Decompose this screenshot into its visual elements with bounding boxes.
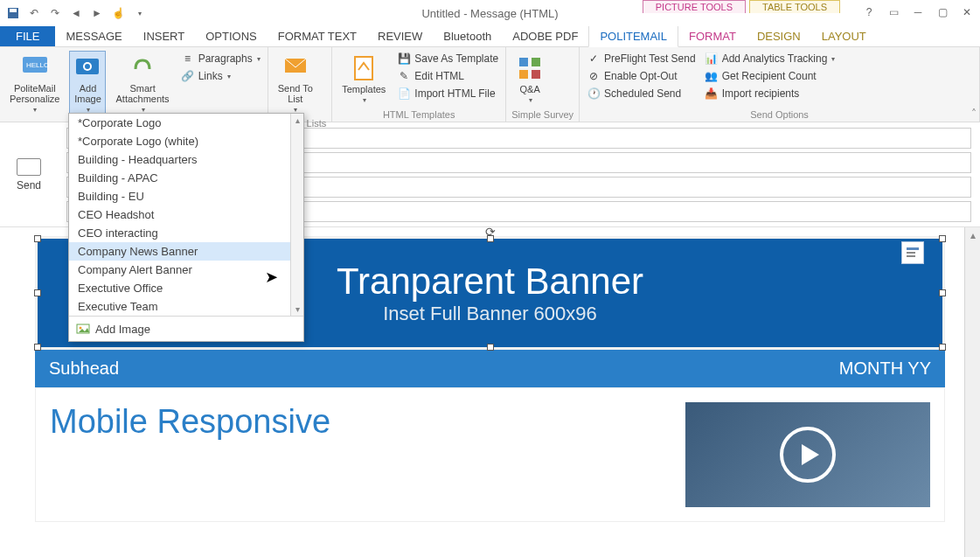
preflight-icon: ✓ [587, 52, 601, 66]
touch-mode-icon[interactable]: ☝ [108, 3, 128, 23]
add-image-button[interactable]: Add Image▾ [69, 51, 106, 116]
scroll-up-icon[interactable]: ▴ [965, 227, 980, 243]
send-button[interactable]: Send [17, 179, 41, 191]
group-label-survey: Simple Survey [511, 108, 573, 120]
layout-options-icon[interactable] [901, 241, 924, 264]
add-image-menu-item[interactable]: Add Image [69, 316, 303, 341]
close-icon[interactable]: ✕ [957, 3, 977, 21]
dropdown-item[interactable]: Building - APAC [69, 169, 303, 187]
dropdown-item[interactable]: CEO interacting [69, 224, 303, 242]
tab-format-text[interactable]: FORMAT TEXT [268, 26, 367, 46]
edit-html-button[interactable]: ✎Edit HTML [395, 68, 500, 84]
group-mailing-lists: Send To List▾ Mailing Lists [268, 47, 333, 122]
dropdown-item[interactable]: Exectutive Office [69, 279, 303, 297]
dropdown-scrollbar[interactable]: ▴ ▾ [290, 114, 303, 316]
dropdown-item[interactable]: CEO Headshot [69, 205, 303, 224]
scroll-up-icon[interactable]: ▴ [291, 114, 303, 127]
svg-rect-10 [532, 58, 540, 66]
maximize-icon[interactable]: ▢ [933, 3, 952, 21]
table-tools-tab-header: TABLE TOOLS [749, 0, 840, 13]
titlebar: ↶ ↷ ◄ ► ☝ ▾ Untitled - Message (HTML) PI… [0, 0, 980, 26]
tab-politemail[interactable]: POLITEMAIL [588, 25, 678, 47]
tab-message[interactable]: MESSAGE [55, 26, 132, 46]
links-icon: 🔗 [181, 69, 195, 83]
resize-handle[interactable] [487, 235, 494, 242]
send-icon [17, 158, 41, 176]
scheduled-send-button[interactable]: 🕐Scheduled Send [585, 86, 698, 101]
opt-out-icon: ⊘ [587, 69, 601, 83]
tab-adobe-pdf[interactable]: ADOBE PDF [502, 26, 588, 46]
svg-rect-9 [519, 58, 528, 66]
tab-review[interactable]: REVIEW [367, 26, 433, 46]
ribbon-tabs: FILE MESSAGE INSERT OPTIONS FORMAT TEXT … [0, 26, 980, 47]
recipient-count-button[interactable]: 👥Get Recipient Count [703, 68, 838, 84]
import-html-icon: 📄 [397, 87, 411, 101]
group-label-html: HTML Templates [337, 108, 500, 120]
tab-insert[interactable]: INSERT [133, 26, 195, 46]
templates-button[interactable]: Templates▾ [337, 51, 390, 108]
save-template-icon: 💾 [397, 52, 411, 66]
help-icon[interactable]: ? [859, 3, 879, 21]
svg-rect-13 [907, 247, 919, 250]
add-image-icon [73, 53, 101, 81]
headline-text: Mobile Responsive [50, 402, 668, 507]
body-scrollbar[interactable]: ▴ [964, 227, 980, 557]
picture-tools-tab-header: PICTURE TOOLS [643, 0, 746, 13]
subhead-right: MONTH YY [839, 359, 931, 379]
import-html-button[interactable]: 📄Import HTML File [395, 86, 500, 101]
dropdown-item[interactable]: Building - EU [69, 187, 303, 205]
edit-html-icon: ✎ [397, 69, 411, 83]
svg-point-6 [85, 64, 90, 69]
dropdown-item[interactable]: *Corporate Logo [69, 114, 303, 132]
collapse-ribbon-icon[interactable]: ˄ [971, 108, 977, 120]
dropdown-item[interactable]: Company News Banner [69, 242, 303, 261]
next-icon[interactable]: ► [87, 3, 107, 23]
ribbon-display-icon[interactable]: ▭ [884, 3, 903, 21]
tab-format[interactable]: FORMAT [678, 26, 747, 46]
paragraphs-button[interactable]: ≡Paragraphs▾ [179, 51, 262, 66]
dropdown-item[interactable]: Building - Headquarters [69, 150, 303, 169]
tab-bluetooth[interactable]: Bluetooth [433, 26, 502, 46]
video-thumbnail[interactable] [685, 402, 930, 507]
group-send-options: ✓PreFlight Test Send ⊘Enable Opt-Out 🕐Sc… [580, 47, 980, 122]
qat-customize-icon[interactable]: ▾ [129, 3, 149, 23]
svg-text:HELLO: HELLO [26, 61, 49, 69]
resize-handle[interactable] [34, 344, 41, 351]
redo-icon[interactable]: ↷ [45, 3, 65, 23]
clock-icon: 🕐 [587, 87, 601, 101]
politemail-personalize-button[interactable]: HELLO PoliteMail Personalize▾ [5, 51, 64, 116]
resize-handle[interactable] [939, 235, 946, 242]
prev-icon[interactable]: ◄ [66, 3, 86, 23]
resize-handle[interactable] [34, 235, 41, 242]
save-icon[interactable] [3, 3, 23, 23]
scroll-down-icon[interactable]: ▾ [291, 303, 303, 316]
resize-handle[interactable] [34, 289, 41, 296]
opt-out-button[interactable]: ⊘Enable Opt-Out [585, 68, 698, 84]
tab-design[interactable]: DESIGN [747, 26, 811, 46]
links-button[interactable]: 🔗Links▾ [179, 68, 262, 84]
resize-handle[interactable] [939, 344, 946, 351]
tab-layout[interactable]: LAYOUT [811, 26, 877, 46]
resize-handle[interactable] [939, 289, 946, 296]
play-icon [780, 427, 836, 483]
ribbon: HELLO PoliteMail Personalize▾ Add Image▾… [0, 47, 980, 122]
tab-file[interactable]: FILE [0, 26, 55, 46]
svg-rect-8 [355, 57, 372, 80]
dropdown-item[interactable]: Company Alert Banner [69, 261, 303, 279]
dropdown-item[interactable]: Executive Team [69, 297, 303, 316]
smart-attachments-button[interactable]: Smart Attachments▾ [111, 51, 173, 116]
send-to-list-button[interactable]: Send To List▾ [274, 51, 317, 116]
minimize-icon[interactable]: ─ [908, 3, 928, 21]
analytics-button[interactable]: 📊Add Analytics Tracking▾ [703, 51, 838, 66]
undo-icon[interactable]: ↶ [24, 3, 44, 23]
preflight-button[interactable]: ✓PreFlight Test Send [585, 51, 698, 66]
dropdown-item[interactable]: *Corporate Logo (white) [69, 132, 303, 150]
save-as-template-button[interactable]: 💾Save As Template [395, 51, 500, 66]
analytics-icon: 📊 [705, 52, 719, 66]
tab-options[interactable]: OPTIONS [195, 26, 268, 46]
resize-handle[interactable] [487, 344, 494, 351]
qa-button[interactable]: Q&A▾ [511, 51, 548, 108]
paragraphs-icon: ≡ [181, 52, 195, 66]
subhead-left: Subhead [49, 359, 119, 379]
import-recipients-button[interactable]: 📥Import recipients [703, 86, 838, 101]
